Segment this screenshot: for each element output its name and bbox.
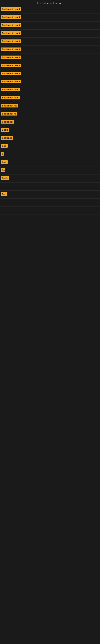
list-item: Bottlenec [0,134,100,142]
list-item: Bottleneck result [0,70,100,78]
list-item: Bottleneck result [0,46,100,54]
list-item: Bottleneck result [0,54,100,62]
bottleneck-badge-wrap: Bottleneck result [1,56,21,60]
list-item: Bottleneck re [0,110,100,118]
bottleneck-result-badge[interactable]: Bottle [1,176,9,180]
bottleneck-badge-wrap: Bottleneck result [1,72,21,76]
bottleneck-badge-wrap: Bottleneck resul [1,88,20,92]
bottleneck-result-badge[interactable]: Bottleneck result [1,7,21,11]
cursor-marker: | [1,306,1,309]
list-item: Bottle [0,126,100,134]
bottleneck-badge-wrap: Bottleneck result [1,7,21,12]
site-header: TheBottlenecker.com [0,0,100,6]
bottleneck-result-badge[interactable]: Bottleneck resu [1,96,20,100]
bottleneck-badge-wrap: Bottleneck result [1,64,21,68]
list-item: Bottle [0,174,100,182]
bottleneck-result-badge[interactable]: Bottleneck result [1,48,21,51]
site-title: TheBottlenecker.com [37,2,63,5]
list-item [0,215,100,223]
list-item [0,295,100,303]
list-item [0,239,100,247]
bottleneck-badge-wrap: Bottleneck result [1,15,21,20]
bottleneck-result-badge[interactable]: Bottleneck result [1,40,21,43]
list-item: Bo [0,166,100,174]
bottleneck-badge-wrap: Bottleneck result [1,23,21,28]
bottleneck-badge-wrap: Bottleneck result [1,32,21,36]
list-item: Bott [0,142,100,150]
list-item: Bottleneck res [0,102,100,110]
list-item: Bottleneck result [0,78,100,86]
bottleneck-badge-wrap: Bottlenec [1,136,13,140]
list-item: | [0,303,100,311]
bottleneck-result-badge[interactable]: Bottleneck result [1,72,21,75]
list-item [0,287,100,295]
bottleneck-result-badge[interactable]: Bottleneck resul [1,88,20,91]
bottleneck-badge-wrap: Bottleneck [1,120,14,124]
list-item [0,207,100,215]
bottleneck-result-badge[interactable]: Bottleneck result [1,32,21,35]
bottleneck-result-badge[interactable]: Bottleneck result [1,64,21,67]
list-item [0,182,100,190]
bottleneck-result-badge[interactable]: Bottleneck result [1,56,21,59]
list-item [0,223,100,231]
bottleneck-result-badge[interactable]: Bottleneck result [1,80,21,83]
bottleneck-result-badge[interactable]: Bottleneck res [1,104,18,108]
bottleneck-badge-wrap: Bottleneck res [1,104,18,108]
list-item: Bolt [0,190,100,199]
bottleneck-result-badge[interactable]: Bottleneck [1,120,14,124]
bottleneck-badge-wrap: B [1,152,3,156]
bottleneck-badge-wrap: Bottleneck resu [1,96,20,100]
list-item: Bottleneck resu [0,94,100,102]
list-item: Bottleneck resul [0,86,100,94]
list-item: Bottleneck result [0,6,100,14]
bottleneck-result-badge[interactable]: Bottleneck result [1,15,21,19]
list-item: Bottleneck result [0,62,100,70]
bottleneck-badge-wrap: Bottle [1,176,9,181]
list-item [0,279,100,287]
bottleneck-result-badge[interactable]: Bott [1,160,8,164]
list-item: Bottleneck [0,118,100,126]
list-item [0,247,100,255]
list-item [0,199,100,207]
bottleneck-result-badge[interactable]: Bottleneck re [1,112,17,116]
bottleneck-badge-wrap: Bottleneck result [1,48,21,52]
list-item: Bottleneck result [0,38,100,46]
bottleneck-result-badge[interactable]: Bottleneck result [1,23,21,27]
bottleneck-badge-wrap: Bolt [1,192,7,197]
list-item: Bottleneck result [0,14,100,22]
list-item: Bottleneck result [0,30,100,38]
list-item [0,255,100,263]
list-item [0,263,100,271]
bottleneck-badge-wrap: Bottleneck result [1,40,21,44]
bottleneck-result-badge[interactable]: Bolt [1,192,7,196]
list-item [0,231,100,239]
list-item: B [0,150,100,158]
bottleneck-badge-wrap: Bo [1,168,5,173]
bottleneck-badge-wrap: Bottle [1,128,9,132]
bottleneck-badge-wrap: Bott [1,160,8,164]
list-item: Bott [0,158,100,166]
bottleneck-result-badge[interactable]: Bottle [1,128,9,132]
bottleneck-result-badge[interactable]: Bott [1,144,8,148]
bottleneck-badge-wrap: Bott [1,144,8,148]
bottleneck-result-badge[interactable]: Bo [1,168,5,172]
bottleneck-badge-wrap: Bottleneck re [1,112,17,116]
bottleneck-result-badge[interactable]: Bottlenec [1,136,13,140]
bottleneck-result-badge[interactable]: B [1,152,3,156]
bottleneck-badge-wrap: Bottleneck result [1,80,21,84]
list-item [0,271,100,279]
list-item: Bottleneck result [0,22,100,30]
